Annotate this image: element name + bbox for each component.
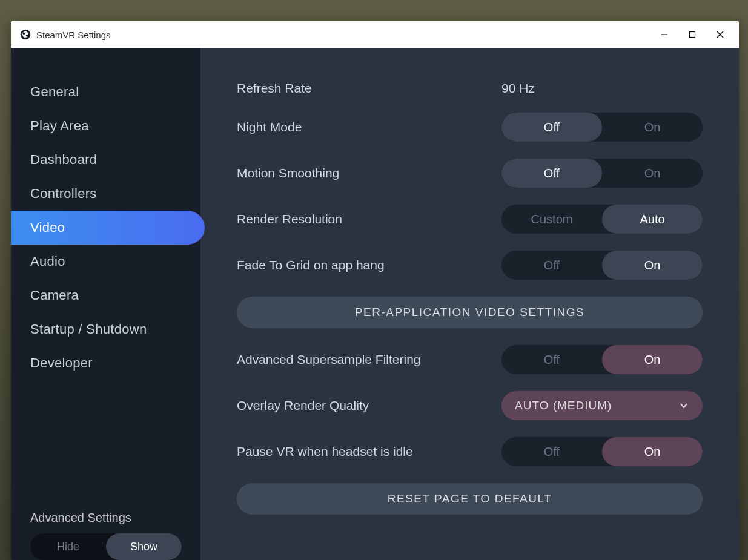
overlay-quality-label: Overlay Render Quality <box>237 398 501 413</box>
sidebar: General Play Area Dashboard Controllers … <box>11 48 200 560</box>
render-resolution-label: Render Resolution <box>237 212 501 226</box>
adv-supersample-on[interactable]: On <box>602 345 703 374</box>
refresh-rate-value: 90 Hz <box>501 81 703 96</box>
sidebar-item-play-area[interactable]: Play Area <box>11 109 200 143</box>
fade-to-grid-off[interactable]: Off <box>501 251 602 280</box>
sidebar-item-developer[interactable]: Developer <box>11 346 200 380</box>
svg-point-3 <box>26 35 28 37</box>
per-application-settings-button[interactable]: PER-APPLICATION VIDEO SETTINGS <box>237 297 703 328</box>
pause-idle-off[interactable]: Off <box>501 437 602 466</box>
motion-smoothing-on[interactable]: On <box>602 159 703 188</box>
render-resolution-row: Render Resolution Custom Auto <box>237 205 703 234</box>
adv-supersample-toggle[interactable]: Off On <box>501 345 703 374</box>
svg-rect-5 <box>690 32 695 38</box>
advanced-settings-section: Advanced Settings Hide Show <box>11 511 200 560</box>
adv-supersample-off[interactable]: Off <box>501 345 602 374</box>
night-mode-label: Night Mode <box>237 120 501 134</box>
overlay-quality-value: AUTO (MEDIUM) <box>515 399 678 412</box>
main-panel: Refresh Rate 90 Hz Night Mode Off On Mot… <box>200 48 739 560</box>
advanced-settings-label: Advanced Settings <box>30 511 181 525</box>
fade-to-grid-toggle[interactable]: Off On <box>501 251 703 280</box>
motion-smoothing-off[interactable]: Off <box>501 159 602 188</box>
fade-to-grid-row: Fade To Grid on app hang Off On <box>237 251 703 280</box>
advanced-hide-option[interactable]: Hide <box>30 533 106 560</box>
pause-idle-label: Pause VR when headset is idle <box>237 444 501 459</box>
overlay-quality-dropdown[interactable]: AUTO (MEDIUM) <box>501 391 703 420</box>
motion-smoothing-row: Motion Smoothing Off On <box>237 159 703 188</box>
reset-page-button[interactable]: RESET PAGE TO DEFAULT <box>237 483 703 515</box>
advanced-settings-toggle[interactable]: Hide Show <box>30 533 182 560</box>
sidebar-item-controllers[interactable]: Controllers <box>11 177 200 211</box>
chevron-down-icon <box>678 400 689 411</box>
overlay-quality-row: Overlay Render Quality AUTO (MEDIUM) <box>237 391 703 420</box>
night-mode-on[interactable]: On <box>602 113 703 142</box>
maximize-button[interactable] <box>678 25 706 44</box>
render-resolution-auto[interactable]: Auto <box>602 205 703 234</box>
night-mode-toggle[interactable]: Off On <box>501 113 703 142</box>
sidebar-item-camera[interactable]: Camera <box>11 278 200 312</box>
sidebar-item-video[interactable]: Video <box>11 211 205 245</box>
refresh-rate-row: Refresh Rate 90 Hz <box>237 81 703 96</box>
svg-point-1 <box>22 31 28 38</box>
fade-to-grid-label: Fade To Grid on app hang <box>237 258 501 272</box>
render-resolution-custom[interactable]: Custom <box>501 205 602 234</box>
sidebar-item-startup-shutdown[interactable]: Startup / Shutdown <box>11 312 200 346</box>
adv-supersample-row: Advanced Supersample Filtering Off On <box>237 345 703 374</box>
sidebar-item-general[interactable]: General <box>11 75 200 109</box>
night-mode-row: Night Mode Off On <box>237 113 703 142</box>
motion-smoothing-toggle[interactable]: Off On <box>501 159 703 188</box>
pause-idle-toggle[interactable]: Off On <box>501 437 703 466</box>
svg-point-2 <box>23 33 25 35</box>
fade-to-grid-on[interactable]: On <box>602 251 703 280</box>
steamvr-icon <box>19 28 31 41</box>
sidebar-item-audio[interactable]: Audio <box>11 245 200 278</box>
render-resolution-toggle[interactable]: Custom Auto <box>501 205 703 234</box>
adv-supersample-label: Advanced Supersample Filtering <box>237 352 501 367</box>
pause-idle-on[interactable]: On <box>602 437 703 466</box>
window-title: SteamVR Settings <box>36 30 111 40</box>
titlebar: SteamVR Settings <box>11 21 739 48</box>
minimize-button[interactable] <box>650 25 678 44</box>
settings-window: SteamVR Settings General Play Area Dashb… <box>11 21 739 560</box>
refresh-rate-label: Refresh Rate <box>237 81 501 96</box>
sidebar-item-dashboard[interactable]: Dashboard <box>11 143 200 177</box>
night-mode-off[interactable]: Off <box>501 113 602 142</box>
motion-smoothing-label: Motion Smoothing <box>237 166 501 180</box>
advanced-show-option[interactable]: Show <box>106 533 182 560</box>
pause-idle-row: Pause VR when headset is idle Off On <box>237 437 703 466</box>
close-button[interactable] <box>706 25 734 44</box>
